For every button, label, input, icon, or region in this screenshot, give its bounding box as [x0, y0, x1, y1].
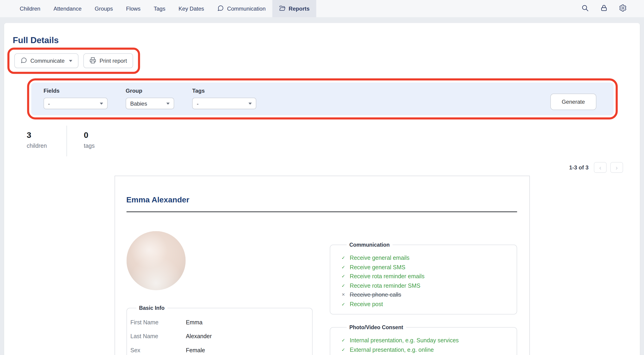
- nav-item-label: Reports: [288, 5, 310, 12]
- communication-legend: Communication: [346, 242, 392, 248]
- tags-dropdown[interactable]: -: [192, 98, 256, 109]
- prev-page-button[interactable]: ‹: [594, 162, 607, 173]
- pagination: 1-3 of 3 ‹ ›: [4, 162, 623, 173]
- pagination-buttons: ‹ ›: [594, 162, 623, 173]
- info-row: Sex Female: [130, 343, 306, 355]
- fields-filter: Fields -: [44, 88, 108, 109]
- lock-icon: [600, 4, 608, 13]
- nav-item-attendance[interactable]: Attendance: [47, 0, 88, 17]
- children-count-label: children: [27, 142, 67, 149]
- group-label: Group: [126, 88, 174, 94]
- info-label: Last Name: [130, 333, 186, 340]
- print-report-label: Print report: [100, 58, 127, 64]
- fields-dropdown-value: -: [48, 100, 50, 106]
- check-icon: ✓: [341, 345, 346, 354]
- communication-item: ✓ Receive rota reminder SMS: [341, 281, 509, 290]
- info-label: First Name: [130, 319, 186, 326]
- nav-item-label: Groups: [95, 5, 113, 12]
- nav-right-icons: [581, 0, 644, 17]
- nav-item-communication[interactable]: Communication: [210, 0, 272, 17]
- child-name: Emma Alexander: [126, 195, 517, 205]
- annotation-box-actions: Communicate Print report: [8, 48, 140, 74]
- info-value: Female: [186, 347, 205, 354]
- consent-item: ✓ External presentation, e.g. online: [341, 345, 509, 354]
- communication-item: ✓ Receive general emails: [341, 253, 509, 263]
- printer-icon: [90, 57, 96, 65]
- info-value: Emma: [186, 319, 202, 326]
- search-button[interactable]: [581, 4, 589, 13]
- filter-bar: Fields - Group Babies Tags: [31, 82, 614, 115]
- nav-item-groups[interactable]: Groups: [88, 0, 120, 17]
- basic-info-section: Basic Info First Name Emma Last Name Ale…: [126, 305, 312, 355]
- main-content: Full Details Communicate Print report: [4, 23, 640, 355]
- settings-button[interactable]: [619, 4, 627, 13]
- chevron-down-icon: [69, 60, 72, 62]
- nav-item-label: Attendance: [54, 5, 82, 12]
- nav-item-label: Flows: [126, 5, 140, 12]
- print-report-button[interactable]: Print report: [84, 53, 133, 68]
- report-right-column: Communication ✓ Receive general emails ✓…: [330, 212, 517, 355]
- app: Children Attendance Groups Flows Tags Ke…: [0, 0, 644, 355]
- chevron-down-icon: [166, 102, 170, 104]
- nav-item-key-dates[interactable]: Key Dates: [172, 0, 210, 17]
- nav-item-label: Key Dates: [178, 5, 204, 12]
- child-photo: [126, 231, 186, 290]
- check-icon: ✓: [341, 263, 346, 272]
- communication-section: Communication ✓ Receive general emails ✓…: [330, 242, 517, 315]
- nav-item-children[interactable]: Children: [13, 0, 47, 17]
- check-icon: ✓: [341, 300, 346, 309]
- stats-bar: 3 children 0 tags: [27, 126, 640, 157]
- check-icon: ✓: [341, 281, 346, 290]
- group-filter: Group Babies: [126, 88, 174, 109]
- info-value: Alexander: [186, 333, 212, 340]
- nav-item-tags[interactable]: Tags: [147, 0, 172, 17]
- report-left-column: Basic Info First Name Emma Last Name Ale…: [126, 212, 312, 355]
- communicate-label: Communicate: [30, 58, 64, 64]
- tags-count-stat: 0 tags: [67, 126, 94, 157]
- communication-item: ✓ Receive rota reminder emails: [341, 272, 509, 281]
- cross-icon: ✕: [341, 290, 346, 300]
- nav-item-label: Children: [20, 5, 40, 12]
- tags-count-label: tags: [84, 142, 94, 149]
- communication-item: ✕ Receive phone calls: [341, 290, 509, 300]
- chat-icon: [217, 4, 224, 12]
- top-nav: Children Attendance Groups Flows Tags Ke…: [0, 0, 644, 17]
- info-row: First Name Emma: [130, 315, 306, 330]
- nav-item-reports[interactable]: Reports: [272, 0, 316, 17]
- consent-item: ✓ Internal presentation, e.g. Sunday ser…: [341, 336, 509, 345]
- report-card: Emma Alexander Basic Info First Name Emm…: [114, 176, 530, 355]
- group-dropdown[interactable]: Babies: [126, 98, 174, 109]
- pagination-range: 1-3 of 3: [569, 164, 588, 171]
- check-icon: ✓: [341, 253, 346, 263]
- tags-count: 0: [84, 130, 94, 140]
- children-count-stat: 3 children: [27, 126, 67, 157]
- fields-dropdown[interactable]: -: [44, 98, 108, 109]
- nav-item-flows[interactable]: Flows: [120, 0, 147, 17]
- tags-filter: Tags -: [192, 88, 256, 109]
- next-page-button[interactable]: ›: [610, 162, 623, 173]
- chevron-left-icon: ‹: [599, 164, 601, 171]
- basic-info-legend: Basic Info: [136, 305, 168, 311]
- annotation-box-filters: Fields - Group Babies Tags: [27, 78, 618, 119]
- lock-button[interactable]: [600, 4, 608, 13]
- search-icon: [581, 4, 589, 13]
- chevron-down-icon: [248, 102, 252, 104]
- folder-open-icon: [279, 4, 285, 12]
- gear-icon: [619, 4, 627, 13]
- page-title: Full Details: [13, 35, 640, 45]
- tags-dropdown-value: -: [197, 100, 198, 106]
- communication-item: ✓ Receive post: [341, 300, 509, 309]
- chevron-right-icon: ›: [616, 164, 618, 171]
- tags-label: Tags: [192, 88, 256, 94]
- report-body: Basic Info First Name Emma Last Name Ale…: [126, 212, 517, 355]
- communication-item: ✓ Receive general SMS: [341, 263, 509, 272]
- photo-video-consent-legend: Photo/Video Consent: [346, 324, 406, 331]
- communicate-button[interactable]: Communicate: [14, 53, 78, 68]
- nav-item-label: Tags: [154, 5, 166, 12]
- photo-video-consent-section: Photo/Video Consent ✓ Internal presentat…: [330, 324, 517, 355]
- check-icon: ✓: [341, 272, 346, 281]
- nav-item-label: Communication: [227, 5, 266, 12]
- fields-label: Fields: [44, 88, 108, 94]
- children-count: 3: [27, 130, 67, 140]
- generate-button[interactable]: Generate: [550, 94, 596, 110]
